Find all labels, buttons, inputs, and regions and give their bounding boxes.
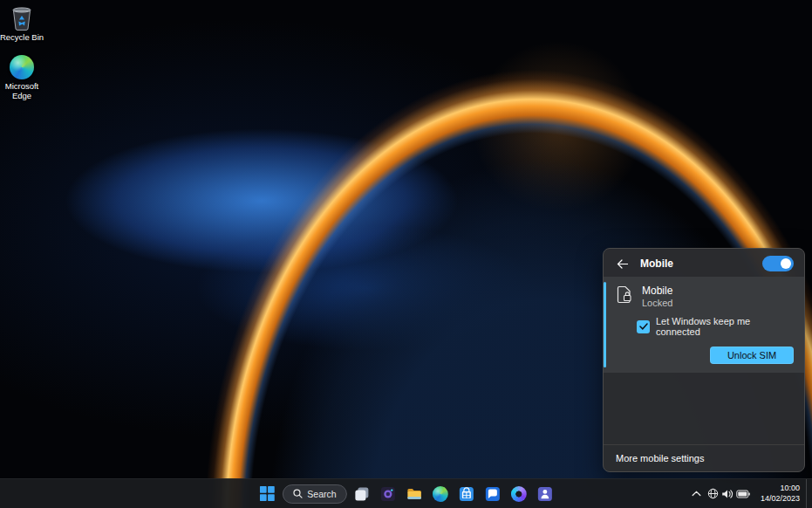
taskbar-center: Search — [256, 479, 556, 508]
checkmark-icon — [639, 323, 648, 330]
network-name: Mobile — [642, 285, 672, 297]
search-label: Search — [307, 489, 336, 499]
network-globe-icon — [707, 488, 719, 499]
network-status: Locked — [642, 298, 672, 308]
file-explorer-icon[interactable] — [403, 483, 426, 505]
battery-icon — [736, 490, 750, 498]
mobile-flyout-panel: Mobile Mobile Locked — [603, 248, 805, 472]
chevron-up-icon — [692, 491, 701, 497]
loop-app-icon[interactable] — [508, 483, 530, 505]
mobile-toggle[interactable] — [762, 256, 794, 271]
sim-locked-icon — [616, 285, 633, 304]
system-tray: 10:00 14/02/2023 — [689, 479, 809, 508]
search-icon — [292, 489, 302, 498]
volume-icon — [721, 489, 734, 499]
task-view-icon[interactable] — [351, 483, 373, 505]
recycle-bin-icon — [9, 5, 35, 31]
flyout-title: Mobile — [640, 257, 673, 270]
unlock-sim-button[interactable]: Unlock SIM — [710, 347, 794, 364]
keep-connected-label: Let Windows keep me connected — [656, 316, 794, 337]
selection-accent-bar — [604, 282, 606, 367]
chat-app-icon[interactable] — [481, 483, 504, 505]
start-button[interactable] — [256, 483, 278, 505]
keep-connected-checkbox[interactable] — [637, 320, 650, 333]
microsoft-store-icon[interactable] — [455, 483, 478, 505]
show-hidden-icons-button[interactable] — [689, 483, 704, 505]
date: 14/02/2023 — [761, 494, 800, 505]
flyout-header: Mobile — [604, 249, 804, 277]
mobile-network-item[interactable]: Mobile Locked Let Windows keep me connec… — [604, 277, 804, 373]
toggle-knob — [781, 258, 791, 269]
desktop-icon-recycle-bin[interactable]: Recycle Bin — [0, 5, 44, 43]
desktop-icon-label: Microsoft Edge — [0, 82, 44, 101]
search-box[interactable]: Search — [282, 484, 346, 504]
desktop-icon-label: Recycle Bin — [0, 33, 44, 43]
show-desktop-button[interactable] — [806, 479, 809, 508]
windows-logo-icon — [260, 486, 275, 501]
edge-browser-icon[interactable] — [429, 483, 452, 505]
network-volume-battery-group[interactable] — [705, 483, 753, 505]
more-mobile-settings-link[interactable]: More mobile settings — [604, 444, 804, 471]
desktop-icon-microsoft-edge[interactable]: Microsoft Edge — [0, 54, 44, 101]
teams-icon[interactable] — [534, 483, 556, 505]
time: 10:00 — [780, 484, 800, 494]
flyout-empty-area — [604, 373, 804, 444]
camera-app-icon[interactable] — [377, 483, 399, 505]
clock[interactable]: 10:00 14/02/2023 — [754, 484, 805, 504]
edge-icon — [9, 54, 35, 80]
desktop: Recycle Bin Microsoft Edge Mobile — [0, 0, 812, 508]
back-arrow-icon[interactable] — [614, 256, 630, 271]
taskbar: Search — [0, 478, 812, 508]
